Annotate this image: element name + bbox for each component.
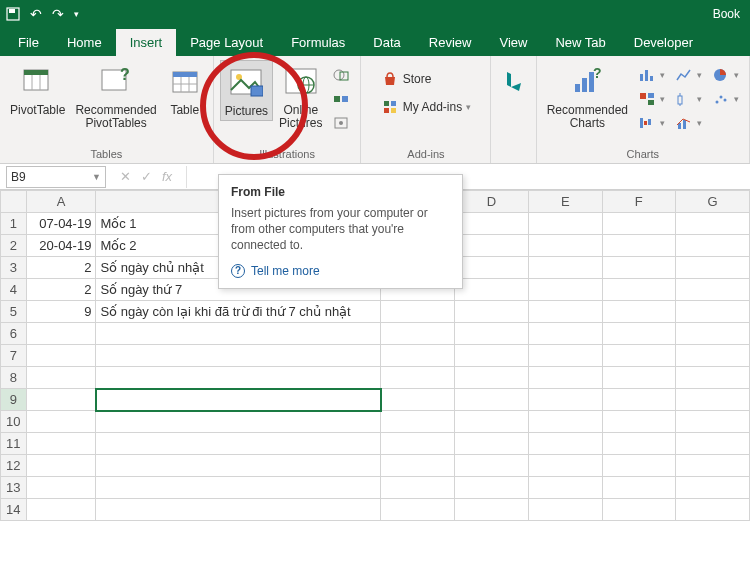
cell[interactable]: 2 <box>26 257 96 279</box>
col-header-E[interactable]: E <box>528 191 602 213</box>
cell[interactable] <box>381 455 455 477</box>
cell[interactable] <box>602 477 676 499</box>
cell[interactable] <box>96 367 381 389</box>
cell[interactable] <box>26 499 96 521</box>
row-header[interactable]: 2 <box>1 235 27 257</box>
fx-icon[interactable]: fx <box>162 169 172 184</box>
line-chart-button[interactable]: ▾ <box>671 64 706 86</box>
cell[interactable] <box>676 433 750 455</box>
cell[interactable] <box>528 433 602 455</box>
select-all-corner[interactable] <box>1 191 27 213</box>
cell[interactable] <box>602 389 676 411</box>
cell[interactable] <box>455 433 529 455</box>
cell[interactable]: 2 <box>26 279 96 301</box>
row-header[interactable]: 3 <box>1 257 27 279</box>
cell[interactable] <box>381 433 455 455</box>
row-header[interactable]: 9 <box>1 389 27 411</box>
row-header[interactable]: 13 <box>1 477 27 499</box>
tab-home[interactable]: Home <box>53 29 116 56</box>
cell[interactable] <box>528 323 602 345</box>
cell[interactable] <box>381 499 455 521</box>
col-header-D[interactable]: D <box>455 191 529 213</box>
save-icon[interactable] <box>6 7 20 21</box>
cell[interactable] <box>26 455 96 477</box>
tab-developer[interactable]: Developer <box>620 29 707 56</box>
cell[interactable] <box>96 499 381 521</box>
store-button[interactable]: Store <box>377 68 436 90</box>
cell[interactable] <box>602 433 676 455</box>
cell[interactable] <box>96 345 381 367</box>
cell[interactable] <box>455 213 529 235</box>
cell[interactable] <box>676 323 750 345</box>
cell[interactable] <box>528 389 602 411</box>
cell[interactable] <box>602 411 676 433</box>
my-addins-button[interactable]: My Add-ins ▾ <box>377 96 475 118</box>
cell[interactable] <box>455 411 529 433</box>
recommended-charts-button[interactable]: ? Recommended Charts <box>543 60 632 132</box>
row-header[interactable]: 12 <box>1 455 27 477</box>
tab-view[interactable]: View <box>485 29 541 56</box>
pictures-button[interactable]: Pictures <box>220 60 273 121</box>
cell[interactable] <box>455 345 529 367</box>
cell[interactable] <box>455 367 529 389</box>
cell[interactable] <box>455 455 529 477</box>
cancel-icon[interactable]: ✕ <box>120 169 131 184</box>
hierarchy-chart-button[interactable]: ▾ <box>634 88 669 110</box>
cell[interactable] <box>676 411 750 433</box>
cell[interactable] <box>455 301 529 323</box>
cell[interactable] <box>676 235 750 257</box>
statistic-chart-button[interactable]: ▾ <box>671 88 706 110</box>
cell[interactable] <box>96 411 381 433</box>
cell[interactable]: Số ngày còn lại khi đã trừ đi thứ 7 chủ … <box>96 301 381 323</box>
tab-data[interactable]: Data <box>359 29 414 56</box>
cell[interactable] <box>676 367 750 389</box>
cell[interactable] <box>96 389 381 411</box>
cell[interactable] <box>602 367 676 389</box>
cell[interactable] <box>26 323 96 345</box>
shapes-button[interactable] <box>328 64 354 86</box>
chevron-down-icon[interactable]: ▼ <box>92 172 101 182</box>
cell[interactable]: 9 <box>26 301 96 323</box>
bing-maps-button[interactable] <box>492 60 536 104</box>
cell[interactable] <box>455 257 529 279</box>
smartart-button[interactable] <box>328 88 354 110</box>
cell[interactable] <box>26 433 96 455</box>
cell[interactable] <box>528 477 602 499</box>
cell[interactable] <box>676 345 750 367</box>
table-button[interactable]: Table <box>163 60 207 119</box>
cell[interactable] <box>676 477 750 499</box>
cell[interactable] <box>602 279 676 301</box>
combo-chart-button[interactable]: ▾ <box>671 112 706 134</box>
cell[interactable] <box>528 345 602 367</box>
cell[interactable] <box>528 235 602 257</box>
cell[interactable] <box>455 279 529 301</box>
cell[interactable] <box>602 235 676 257</box>
tab-page-layout[interactable]: Page Layout <box>176 29 277 56</box>
cell[interactable] <box>381 389 455 411</box>
redo-icon[interactable]: ↷ <box>52 6 64 22</box>
cell[interactable] <box>676 301 750 323</box>
cell[interactable] <box>381 323 455 345</box>
cell[interactable] <box>455 235 529 257</box>
cell[interactable] <box>528 301 602 323</box>
cell[interactable] <box>96 433 381 455</box>
cell[interactable] <box>26 367 96 389</box>
cell[interactable] <box>96 323 381 345</box>
tab-formulas[interactable]: Formulas <box>277 29 359 56</box>
cell[interactable] <box>26 477 96 499</box>
cell[interactable] <box>96 455 381 477</box>
cell[interactable] <box>455 323 529 345</box>
row-header[interactable]: 7 <box>1 345 27 367</box>
cell[interactable] <box>676 455 750 477</box>
cell[interactable] <box>528 279 602 301</box>
cell[interactable] <box>676 279 750 301</box>
cell[interactable] <box>528 257 602 279</box>
col-header-A[interactable]: A <box>26 191 96 213</box>
row-header[interactable]: 6 <box>1 323 27 345</box>
cell[interactable] <box>381 345 455 367</box>
cell[interactable]: 07-04-19 <box>26 213 96 235</box>
tab-review[interactable]: Review <box>415 29 486 56</box>
tab-file[interactable]: File <box>4 29 53 56</box>
pivottable-button[interactable]: PivotTable <box>6 60 69 119</box>
cell[interactable] <box>602 257 676 279</box>
